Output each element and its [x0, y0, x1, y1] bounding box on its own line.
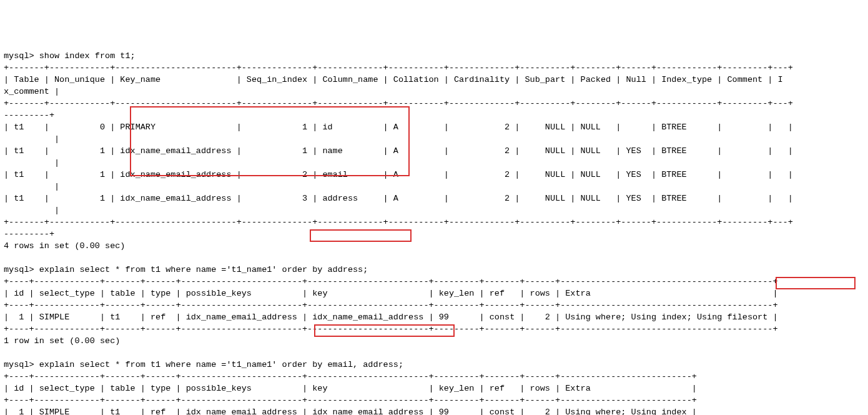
- terminal-output: mysql> show index from t1; +-------+----…: [4, 50, 868, 415]
